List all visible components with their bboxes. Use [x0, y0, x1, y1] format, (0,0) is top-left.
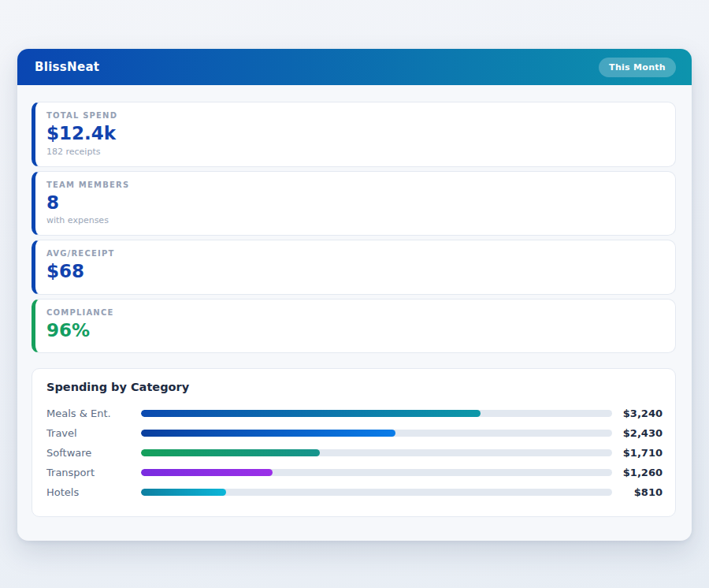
stat-subtext: with expenses — [46, 215, 661, 225]
stat-subtext: 182 receipts — [46, 147, 661, 157]
stat-card-total-spend: TOTAL SPEND $12.4k 182 receipts — [32, 102, 676, 167]
stat-label: TOTAL SPEND — [46, 111, 661, 120]
period-selector-badge[interactable]: This Month — [599, 58, 676, 77]
bar-track — [141, 489, 612, 496]
bar-fill-travel — [141, 430, 395, 437]
stat-label: AVG/RECEIPT — [46, 249, 661, 258]
category-label: Hotels — [46, 486, 141, 498]
stat-label: COMPLIANCE — [46, 308, 661, 317]
stat-value: 96% — [46, 320, 661, 342]
chart-title: Spending by Category — [46, 381, 663, 393]
spending-by-category-card: Spending by Category Meals & Ent. $3,240… — [32, 368, 676, 517]
category-label: Software — [46, 447, 141, 459]
category-row-travel: Travel $2,430 — [46, 423, 663, 443]
category-row-hotels: Hotels $810 — [46, 482, 663, 502]
stat-card-team-members: TEAM MEMBERS 8 with expenses — [32, 171, 676, 236]
dashboard-body: TOTAL SPEND $12.4k 182 receipts TEAM MEM… — [17, 85, 692, 536]
category-row-transport: Transport $1,260 — [46, 463, 663, 482]
bar-track — [141, 430, 612, 437]
bar-fill-hotels — [141, 489, 226, 496]
stat-value: $12.4k — [46, 123, 661, 145]
category-value: $810 — [619, 486, 663, 498]
page-background: { "header": { "title": "BlissNeat", "bad… — [0, 0, 709, 588]
bar-track — [141, 410, 612, 417]
dashboard-window: BlissNeat This Month TOTAL SPEND $12.4k … — [17, 49, 692, 541]
bar-fill-software — [141, 449, 320, 456]
app-title: BlissNeat — [35, 60, 99, 74]
bar-track — [141, 449, 612, 456]
stat-card-avg-receipt: AVG/RECEIPT $68 — [32, 240, 676, 295]
category-label: Travel — [46, 427, 141, 439]
bar-fill-meals — [141, 410, 481, 417]
category-label: Transport — [46, 467, 141, 478]
app-header: BlissNeat This Month — [17, 49, 692, 85]
stat-label: TEAM MEMBERS — [46, 180, 661, 189]
category-value: $3,240 — [619, 408, 663, 419]
category-row-meals: Meals & Ent. $3,240 — [46, 404, 663, 423]
category-label: Meals & Ent. — [46, 408, 141, 419]
category-row-software: Software $1,710 — [46, 443, 663, 463]
bar-fill-transport — [141, 469, 273, 476]
category-value: $2,430 — [619, 427, 663, 439]
stat-value: 8 — [46, 192, 661, 214]
bar-track — [141, 469, 612, 476]
category-value: $1,710 — [619, 447, 663, 459]
stat-value: $68 — [46, 261, 661, 283]
category-value: $1,260 — [619, 467, 663, 478]
stat-card-compliance: COMPLIANCE 96% — [32, 299, 676, 354]
